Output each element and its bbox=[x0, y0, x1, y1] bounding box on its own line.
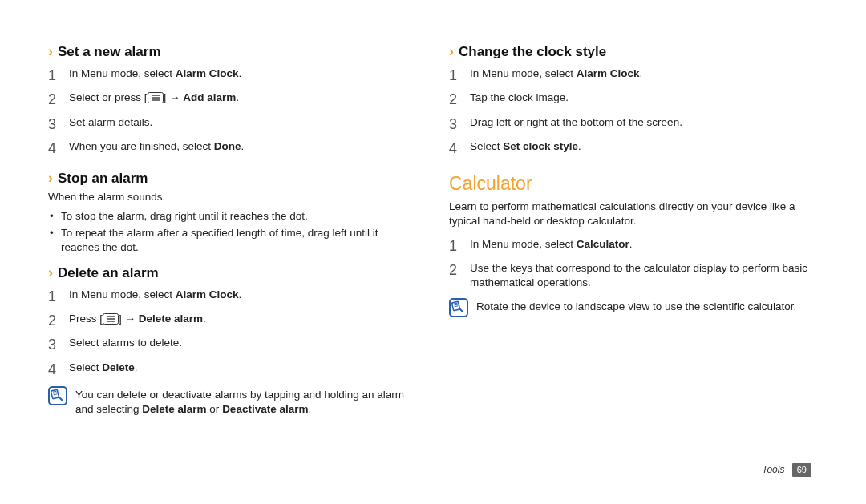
step-number: 4 bbox=[48, 357, 69, 381]
step: 3 Drag left or right at the bottom of th… bbox=[449, 112, 818, 136]
step-text: When you are finished, select Done. bbox=[69, 136, 417, 160]
page-footer: Tools 69 bbox=[762, 463, 811, 477]
step-number: 1 bbox=[449, 63, 470, 87]
step-number: 3 bbox=[48, 112, 69, 136]
steps-set-new-alarm: 1 In Menu mode, select Alarm Clock. 2 Se… bbox=[48, 63, 417, 160]
menu-key-icon bbox=[148, 92, 164, 107]
left-column: › Set a new alarm 1 In Menu mode, select… bbox=[48, 38, 417, 471]
step-number: 2 bbox=[449, 258, 470, 293]
step: 1 In Menu mode, select Alarm Clock. bbox=[48, 63, 417, 87]
heading-calculator: Calculator bbox=[449, 171, 818, 196]
step: 3 Set alarm details. bbox=[48, 112, 417, 136]
step-text: Select alarms to delete. bbox=[69, 333, 417, 357]
menu-key-icon bbox=[103, 313, 119, 329]
step-number: 2 bbox=[48, 308, 69, 333]
step-text: In Menu mode, select Alarm Clock. bbox=[470, 63, 818, 87]
chevron-icon: › bbox=[48, 171, 53, 185]
chevron-icon: › bbox=[48, 265, 53, 280]
note-text: Rotate the device to landscape view to u… bbox=[476, 298, 818, 314]
step-text: Tap the clock image. bbox=[470, 87, 818, 111]
footer-page-number: 69 bbox=[792, 463, 811, 477]
step-number: 2 bbox=[449, 87, 470, 111]
step-text: In Menu mode, select Alarm Clock. bbox=[69, 284, 417, 308]
note-calculator: Rotate the device to landscape view to u… bbox=[449, 298, 818, 317]
step-text: Drag left or right at the bottom of the … bbox=[470, 112, 818, 136]
step-number: 1 bbox=[48, 63, 69, 87]
step-text: Select Delete. bbox=[69, 357, 417, 381]
steps-change-clock-style: 1 In Menu mode, select Alarm Clock. 2 Ta… bbox=[449, 63, 818, 160]
step: 2 Tap the clock image. bbox=[449, 87, 818, 111]
heading-text: Stop an alarm bbox=[58, 170, 148, 188]
bullet-item: To repeat the alarm after a specified le… bbox=[61, 226, 417, 255]
step-text: In Menu mode, select Calculator. bbox=[470, 234, 818, 258]
heading-text: Delete an alarm bbox=[58, 264, 159, 283]
bullets-stop-alarm: To stop the alarm, drag right until it r… bbox=[48, 209, 417, 255]
step-text: Use the keys that correspond to the calc… bbox=[470, 258, 818, 293]
step: 4 Select Delete. bbox=[48, 357, 417, 381]
step: 2 Use the keys that correspond to the ca… bbox=[449, 258, 818, 293]
heading-delete-alarm: › Delete an alarm bbox=[48, 264, 417, 283]
step-number: 2 bbox=[48, 87, 69, 111]
heading-set-new-alarm: › Set a new alarm bbox=[48, 43, 417, 62]
steps-calculator: 1 In Menu mode, select Calculator. 2 Use… bbox=[449, 234, 818, 294]
step-text: Set alarm details. bbox=[69, 112, 417, 136]
step-text: In Menu mode, select Alarm Clock. bbox=[69, 63, 417, 87]
heading-text: Set a new alarm bbox=[58, 43, 161, 62]
heading-change-clock-style: › Change the clock style bbox=[449, 43, 818, 62]
step-number: 1 bbox=[449, 234, 470, 258]
step-text: Press [] → Delete alarm. bbox=[69, 308, 417, 333]
intro-text: When the alarm sounds, bbox=[48, 190, 417, 204]
step-number: 1 bbox=[48, 284, 69, 308]
step-number: 3 bbox=[48, 333, 69, 357]
calculator-intro: Learn to perform mathematical calculatio… bbox=[449, 200, 818, 228]
step: 3 Select alarms to delete. bbox=[48, 333, 417, 357]
note-icon bbox=[449, 298, 468, 317]
heading-text: Change the clock style bbox=[459, 43, 606, 62]
step-text: Select Set clock style. bbox=[470, 136, 818, 160]
bullet-item: To stop the alarm, drag right until it r… bbox=[61, 209, 417, 224]
step: 1 In Menu mode, select Calculator. bbox=[449, 234, 818, 258]
step-number: 4 bbox=[449, 136, 470, 160]
note-icon bbox=[48, 386, 67, 405]
step: 4 Select Set clock style. bbox=[449, 136, 818, 160]
steps-delete-alarm: 1 In Menu mode, select Alarm Clock. 2 Pr… bbox=[48, 284, 417, 381]
step: 2 Select or press [] → Add alarm. bbox=[48, 87, 417, 111]
step-text: Select or press [] → Add alarm. bbox=[69, 87, 417, 111]
right-column: › Change the clock style 1 In Menu mode,… bbox=[449, 38, 818, 471]
chevron-icon: › bbox=[48, 44, 53, 58]
heading-stop-alarm: › Stop an alarm bbox=[48, 170, 417, 188]
step: 4 When you are finished, select Done. bbox=[48, 136, 417, 160]
footer-section: Tools bbox=[762, 464, 784, 475]
step-number: 3 bbox=[449, 112, 470, 136]
chevron-icon: › bbox=[449, 44, 454, 58]
step: 1 In Menu mode, select Alarm Clock. bbox=[449, 63, 818, 87]
note-text: You can delete or deactivate alarms by t… bbox=[75, 386, 417, 417]
note-delete-alarm: You can delete or deactivate alarms by t… bbox=[48, 386, 417, 417]
step-number: 4 bbox=[48, 136, 69, 160]
step: 2 Press [] → Delete alarm. bbox=[48, 308, 417, 333]
step: 1 In Menu mode, select Alarm Clock. bbox=[48, 284, 417, 308]
